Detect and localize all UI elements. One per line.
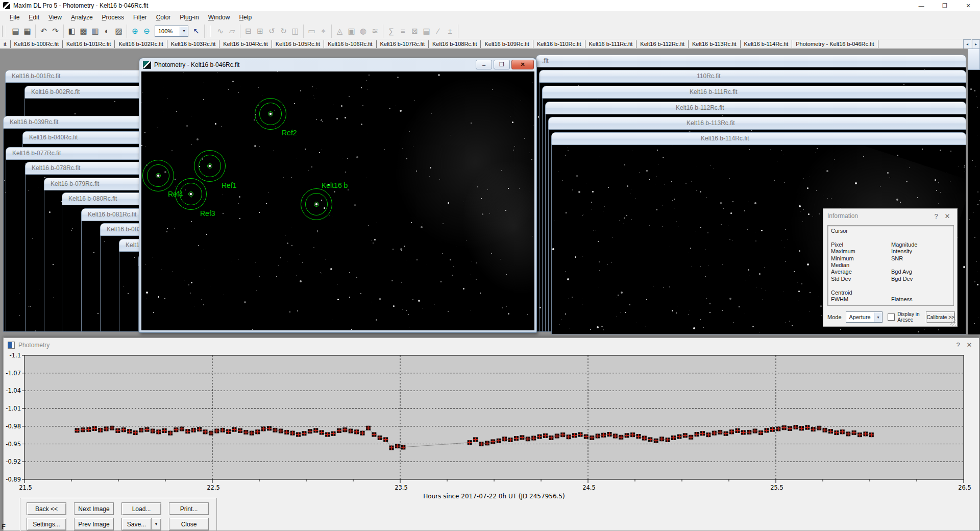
minimize-icon[interactable]: — [910, 0, 933, 11]
star [820, 299, 820, 299]
star [822, 219, 822, 220]
child-minimize-icon[interactable]: – [476, 60, 492, 69]
prev-image-button[interactable]: Prev Image [74, 518, 114, 530]
tab-scroll-left-icon[interactable]: ◂ [963, 39, 971, 49]
document-tab[interactable]: Kelt16 b-111Rc.fit [585, 40, 637, 48]
star [685, 183, 687, 184]
save-icon[interactable]: ▦ [21, 26, 33, 37]
display-settings-icon[interactable]: ▨ [113, 26, 125, 37]
close-button[interactable]: Close [169, 518, 209, 530]
document-tab[interactable]: Kelt16 b-110Rc.fit [533, 40, 585, 48]
menu-filter[interactable]: Filter [129, 12, 152, 22]
star [749, 149, 750, 150]
child-close-icon[interactable]: ✕ [511, 60, 534, 69]
star [696, 231, 696, 232]
star [408, 314, 409, 315]
display-in-arcsec-checkbox[interactable] [888, 313, 895, 321]
image-canvas[interactable]: Ref2Ref1Ref4Ref3Kelt16 b [141, 71, 534, 330]
document-tab[interactable]: it [0, 40, 11, 48]
document-tab[interactable]: Kelt16 b-108Rc.fit [429, 40, 481, 48]
document-tab[interactable]: Kelt16 b-103Rc.fit [167, 40, 219, 48]
star [720, 202, 722, 204]
star [368, 89, 368, 90]
menu-file[interactable]: File [5, 12, 24, 22]
zoom-out-icon[interactable]: ⊖ [141, 26, 153, 37]
application-window: MaxIm DL Pro 5 - Photometry - Kelt16 b-0… [0, 0, 980, 531]
star [345, 172, 346, 173]
display-mode-icon[interactable]: ▩ [78, 26, 89, 37]
open-icon[interactable]: ▤ [10, 26, 21, 37]
undo-icon[interactable]: ↶ [38, 26, 50, 37]
star [311, 166, 312, 167]
star [491, 253, 492, 254]
star [176, 111, 177, 112]
menu-bar: FileEditViewAnalyzeProcessFilterColorPlu… [0, 11, 980, 23]
mode-select[interactable]: Aperture ▾ [846, 311, 883, 323]
document-tab[interactable]: Photometry - Kelt16 b-046Rc.fit [792, 40, 878, 48]
star [752, 326, 754, 327]
document-tab[interactable]: Kelt16 b-114Rc.fit [741, 40, 793, 48]
print-button[interactable]: Print... [169, 502, 209, 515]
document-tab[interactable]: Kelt16 b-113Rc.fit [689, 40, 741, 48]
star [239, 218, 240, 219]
menu-window[interactable]: Window [204, 12, 235, 22]
help-icon[interactable]: ? [952, 341, 964, 350]
menu-analyze[interactable]: Analyze [66, 12, 97, 22]
save-button[interactable]: Save... [121, 518, 152, 530]
star [191, 221, 192, 222]
close-icon[interactable]: ✕ [957, 0, 980, 11]
star [239, 196, 240, 198]
star [163, 111, 163, 111]
document-tab[interactable]: Kelt16 b-104Rc.fit [219, 40, 272, 48]
night-vision-icon[interactable]: ◐ [101, 26, 113, 37]
star [321, 274, 322, 274]
next-image-button[interactable]: Next Image [74, 502, 114, 515]
menu-edit[interactable]: Edit [24, 12, 44, 22]
settings-button[interactable]: Settings... [27, 518, 66, 530]
star [529, 191, 529, 192]
menu-color[interactable]: Color [152, 12, 176, 22]
star [964, 165, 965, 166]
screen-stretch-icon[interactable]: ◧ [66, 26, 78, 37]
star [940, 192, 941, 192]
star [617, 316, 617, 317]
document-tab[interactable]: Kelt16 b-102Rc.fit [115, 40, 167, 48]
star [646, 299, 647, 300]
align-icon: ⊠ [409, 26, 421, 37]
star [302, 262, 303, 263]
pixel-query-icon[interactable]: ↖ [190, 26, 202, 37]
close-icon[interactable]: ✕ [942, 211, 953, 221]
save-dropdown-icon[interactable]: ▾ [151, 518, 161, 530]
information-window-icon[interactable]: ▥ [89, 26, 101, 37]
redo-icon[interactable]: ↷ [50, 26, 61, 37]
star [337, 284, 338, 284]
document-tab[interactable]: Kelt16 b-107Rc.fit [377, 40, 429, 48]
zoom-in-icon[interactable]: ⊕ [129, 26, 141, 37]
document-tab[interactable]: Kelt16 b-100Rc.fit [11, 40, 63, 48]
help-icon[interactable]: ? [930, 211, 942, 221]
document-tab[interactable]: Kelt16 b-101Rc.fit [63, 40, 115, 48]
star [4, 180, 5, 181]
star [722, 115, 723, 116]
tab-scroll-right-icon[interactable]: ▸ [972, 39, 980, 49]
zoom-level-combo[interactable]: 100%▾ [155, 26, 188, 37]
document-tab[interactable]: Kelt16 b-109Rc.fit [481, 40, 533, 48]
maximize-icon[interactable]: ❒ [933, 0, 957, 11]
image-window-titlebar[interactable]: Photometry - Kelt16 b-046Rc.fit – ❒ ✕ [139, 58, 536, 71]
star [840, 329, 841, 330]
star [969, 219, 970, 220]
image-window-active[interactable]: Photometry - Kelt16 b-046Rc.fit – ❒ ✕ Re… [139, 58, 537, 333]
back-button[interactable]: Back << [27, 502, 66, 515]
star [238, 203, 239, 204]
menu-process[interactable]: Process [97, 12, 129, 22]
close-icon[interactable]: ✕ [964, 341, 975, 350]
menu-help[interactable]: Help [234, 12, 256, 22]
document-tab[interactable]: Kelt16 b-105Rc.fit [272, 40, 324, 48]
load-button[interactable]: Load... [121, 502, 161, 515]
menu-plugin[interactable]: Plug-in [175, 12, 203, 22]
document-tab[interactable]: Kelt16 b-106Rc.fit [324, 40, 376, 48]
resize-grip-icon[interactable] [950, 320, 957, 326]
child-restore-icon[interactable]: ❒ [494, 60, 510, 69]
document-tab[interactable]: Kelt16 b-112Rc.fit [636, 40, 689, 48]
menu-view[interactable]: View [44, 12, 66, 22]
